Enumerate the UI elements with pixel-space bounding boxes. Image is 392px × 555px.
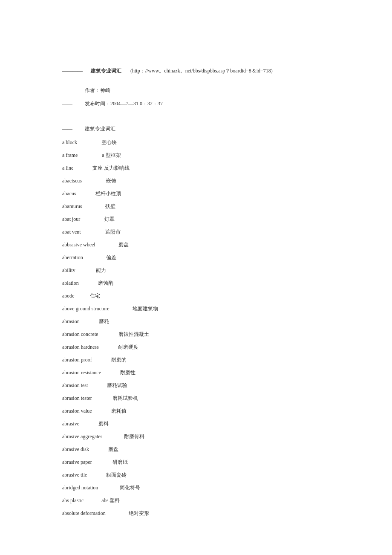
section-label: 建筑专业词汇 — [85, 126, 115, 132]
term-row: abaciscus 嵌饰 — [62, 177, 330, 185]
term-row: ability 能力 — [62, 266, 330, 274]
term-row: abridged notation 简化符号 — [62, 484, 330, 491]
term-row: abrasion proof 耐磨的 — [62, 356, 330, 364]
term-row: abat jour 灯罩 — [62, 215, 330, 223]
term-row: ablation 磨蚀酌 — [62, 279, 330, 287]
title-dash: ————- — [62, 68, 84, 74]
term-row: abrasion 磨耗 — [62, 318, 330, 325]
term-row: aberration 偏差 — [62, 254, 330, 261]
time-dash: —— — [62, 101, 72, 107]
page-title: 建筑专业词汇 — [91, 68, 121, 74]
term-row: abrasive tile 粗面瓷砖 — [62, 471, 330, 479]
term-row: abrasion test 磨耗试验 — [62, 382, 330, 389]
term-row: abacus 栏杆小柱顶 — [62, 190, 330, 197]
divider — [62, 79, 330, 79]
author-row: —— 作者：神崎 — [62, 87, 330, 94]
term-row: abrasion value 磨耗值 — [62, 407, 330, 415]
term-row: abrasive disk 磨盘 — [62, 445, 330, 453]
term-row: abrasion concrete 磨蚀性混凝土 — [62, 330, 330, 338]
time-row: —— 发布时间：2004—7—31 0：32：37 — [62, 100, 330, 107]
term-row: abbrasive wheel 磨盘 — [62, 241, 330, 249]
time-label: 发布时间：2004—7—31 0：32：37 — [85, 101, 163, 107]
term-row: above ground structure 地面建筑物 — [62, 305, 330, 312]
term-row: a frame a 型框架 — [62, 151, 330, 159]
author-label: 作者：神崎 — [85, 87, 110, 93]
term-row: abode 住宅 — [62, 292, 330, 300]
section-dash: —— — [62, 126, 72, 132]
spacer — [86, 68, 89, 74]
term-row: abat vent 遮阳帘 — [62, 228, 330, 236]
term-row: a block 空心块 — [62, 139, 330, 146]
document-page: ————- 建筑专业词汇 (http：//www。chinazk。net/bbs… — [0, 0, 392, 555]
term-row: abamurus 扶壁 — [62, 202, 330, 210]
term-row: a line 支座 反力影响线 — [62, 164, 330, 172]
term-row: abrasive aggregates 耐磨骨料 — [62, 433, 330, 440]
term-row: absolute deformation 绝对变形 — [62, 509, 330, 517]
term-row: abrasive 磨料 — [62, 420, 330, 428]
author-dash: —— — [62, 87, 72, 93]
term-row: abrasion resistance 耐磨性 — [62, 369, 330, 376]
source-url: (http：//www。chinazk。net/bbs/dispbbs.asp？… — [130, 68, 273, 74]
term-row: abrasion tester 磨耗试验机 — [62, 394, 330, 402]
term-row: abrasion hardness 耐磨硬度 — [62, 343, 330, 351]
term-row: abrasive paper 研磨纸 — [62, 458, 330, 466]
section-title-row: —— 建筑专业词汇 — [62, 125, 330, 133]
term-row: abs plastic abs 塑料 — [62, 497, 330, 504]
title-row: ————- 建筑专业词汇 (http：//www。chinazk。net/bbs… — [62, 67, 330, 75]
